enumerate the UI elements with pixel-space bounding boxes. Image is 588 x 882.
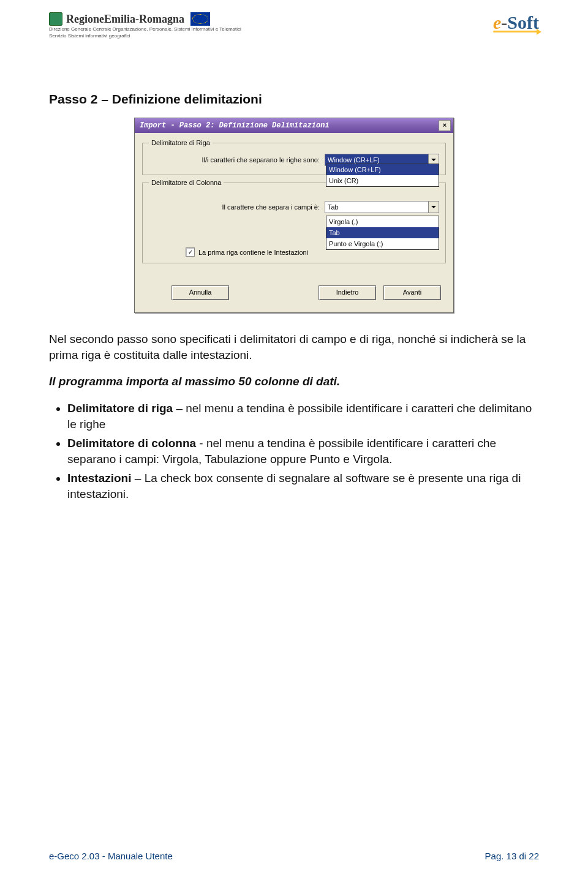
- eu-flag-icon: [190, 12, 210, 26]
- col-delimiter-label: Il carattere che separa i campi è:: [149, 203, 320, 211]
- region-mark-icon: [49, 12, 62, 26]
- header-subtitle-2: Servizio Sistemi informativi geografici: [49, 34, 241, 39]
- page-header: RegioneEmilia-Romagna Direzione Generale…: [49, 12, 539, 55]
- dialog-window: Import - Passo 2: Definizione Delimitazi…: [134, 118, 454, 313]
- avanti-button[interactable]: Avanti: [383, 285, 441, 300]
- paragraph-2: Il programma importa al massimo 50 colon…: [49, 374, 539, 390]
- row-delimiter-option[interactable]: Unix (CR): [326, 175, 439, 186]
- row-delimiter-option[interactable]: Window (CR+LF): [326, 164, 439, 175]
- dialog-title: Import - Passo 2: Definizione Delimitazi…: [140, 121, 330, 130]
- dialog-button-row: Annulla Indietro Avanti: [142, 267, 446, 305]
- esoft-underline-icon: [493, 31, 539, 32]
- group-col-legend: Delimitatore di Colonna: [149, 179, 224, 186]
- col-delimiter-value: Tab: [325, 202, 428, 213]
- dialog-close-button[interactable]: ×: [439, 120, 451, 131]
- dropdown-arrow-icon: [428, 202, 439, 213]
- paragraph-1: Nel secondo passo sono specificati i del…: [49, 331, 539, 363]
- section-heading: Passo 2 – Definizione delimitazioni: [49, 92, 539, 107]
- page-footer: e-Geco 2.03 - Manuale Utente Pag. 13 di …: [49, 851, 539, 861]
- esoft-logo: e-Soft: [493, 12, 539, 33]
- list-item: Delimitatore di colonna - nel menu a ten…: [67, 435, 539, 467]
- list-item: Delimitatore di riga – nel menu a tendin…: [67, 401, 539, 432]
- group-row-delimiter: Delimitatore di Riga Il/i caratteri che …: [142, 139, 446, 175]
- body-text: Nel secondo passo sono specificati i del…: [49, 331, 539, 502]
- row-delimiter-label: Il/i caratteri che separano le righe son…: [149, 156, 320, 164]
- header-right: e-Soft: [493, 12, 539, 32]
- list-item: Intestazioni – La check box consente di …: [67, 470, 539, 502]
- headers-checkbox[interactable]: ✓: [186, 247, 195, 257]
- header-subtitle-1: Direzione Generale Centrale Organizzazio…: [49, 27, 241, 32]
- indietro-button[interactable]: Indietro: [318, 285, 376, 300]
- col-delimiter-option[interactable]: Tab: [326, 227, 439, 238]
- region-name: RegioneEmilia-Romagna: [66, 13, 184, 26]
- col-delimiter-dropdown: Virgola (,) Tab Punto e Virgola (;): [326, 216, 439, 250]
- dialog-titlebar: Import - Passo 2: Definizione Delimitazi…: [135, 118, 453, 133]
- col-delimiter-option[interactable]: Virgola (,): [326, 216, 439, 227]
- group-col-delimiter: Delimitatore di Colonna Il carattere che…: [142, 179, 446, 263]
- header-left: RegioneEmilia-Romagna Direzione Generale…: [49, 12, 241, 39]
- group-row-legend: Delimitatore di Riga: [149, 139, 213, 146]
- footer-right: Pag. 13 di 22: [485, 851, 539, 861]
- bullet-list: Delimitatore di riga – nel menu a tendin…: [67, 401, 539, 502]
- region-logo: RegioneEmilia-Romagna: [49, 12, 241, 26]
- annulla-button[interactable]: Annulla: [172, 285, 229, 300]
- col-delimiter-option[interactable]: Punto e Virgola (;): [326, 238, 439, 249]
- footer-left: e-Geco 2.03 - Manuale Utente: [49, 851, 173, 861]
- dialog-wrap: Import - Passo 2: Definizione Delimitazi…: [49, 118, 539, 313]
- headers-checkbox-label: La prima riga contiene le Intestazioni: [198, 249, 308, 256]
- row-delimiter-dropdown: Window (CR+LF) Unix (CR): [326, 164, 439, 187]
- col-delimiter-combo[interactable]: Tab: [325, 201, 439, 213]
